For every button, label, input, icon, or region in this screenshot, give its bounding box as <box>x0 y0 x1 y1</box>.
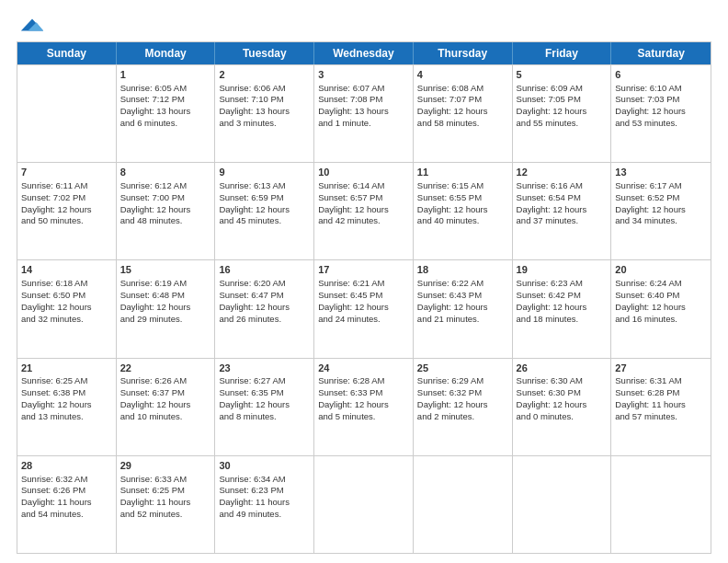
day-info-line: and 24 minutes. <box>318 314 409 326</box>
day-cell-9: 9Sunrise: 6:13 AMSunset: 6:59 PMDaylight… <box>215 163 314 259</box>
day-cell-18: 18Sunrise: 6:22 AMSunset: 6:43 PMDayligh… <box>414 260 513 357</box>
day-cell-22: 22Sunrise: 6:26 AMSunset: 6:37 PMDayligh… <box>117 359 216 455</box>
day-info-line: Daylight: 12 hours <box>417 302 508 314</box>
day-info-line: Sunset: 6:57 PM <box>318 192 409 204</box>
day-info-line: Daylight: 12 hours <box>120 399 211 411</box>
day-info-line: Daylight: 12 hours <box>318 302 409 314</box>
day-cell-23: 23Sunrise: 6:27 AMSunset: 6:35 PMDayligh… <box>215 359 314 455</box>
calendar-row-3: 21Sunrise: 6:25 AMSunset: 6:38 PMDayligh… <box>17 358 711 455</box>
day-info-line: and 10 minutes. <box>120 411 211 423</box>
day-number: 11 <box>417 166 508 179</box>
day-header-tuesday: Tuesday <box>215 42 314 64</box>
day-info-line: Sunset: 7:10 PM <box>219 94 310 106</box>
day-cell-25: 25Sunrise: 6:29 AMSunset: 6:32 PMDayligh… <box>414 359 513 455</box>
day-info-line: Sunrise: 6:16 AM <box>517 180 608 192</box>
day-number: 30 <box>219 459 310 473</box>
day-info-line: Sunset: 7:00 PM <box>120 192 211 204</box>
day-info-line: and 50 minutes. <box>21 215 112 227</box>
day-number: 9 <box>219 166 310 179</box>
day-cell-12: 12Sunrise: 6:16 AMSunset: 6:54 PMDayligh… <box>513 163 612 259</box>
day-info-line: Daylight: 12 hours <box>120 302 211 314</box>
day-info-line: Sunrise: 6:17 AM <box>615 180 707 192</box>
day-info-line: Sunrise: 6:28 AM <box>318 375 409 387</box>
day-cell-20: 20Sunrise: 6:24 AMSunset: 6:40 PMDayligh… <box>611 260 711 357</box>
day-info-line: Sunset: 6:25 PM <box>120 485 211 497</box>
day-header-monday: Monday <box>117 42 216 64</box>
day-number: 28 <box>21 459 112 473</box>
calendar-row-0: 1Sunrise: 6:05 AMSunset: 7:12 PMDaylight… <box>17 64 711 162</box>
day-number: 26 <box>517 362 608 375</box>
day-cell-4: 4Sunrise: 6:08 AMSunset: 7:07 PMDaylight… <box>414 65 513 162</box>
day-cell-15: 15Sunrise: 6:19 AMSunset: 6:48 PMDayligh… <box>117 260 216 357</box>
day-info-line: and 16 minutes. <box>615 314 707 326</box>
day-info-line: Sunrise: 6:12 AM <box>120 180 211 192</box>
day-number: 25 <box>417 362 508 375</box>
day-number: 3 <box>318 68 409 82</box>
day-info-line: and 57 minutes. <box>615 411 707 423</box>
day-info-line: Sunset: 6:37 PM <box>120 387 211 399</box>
day-info-line: Sunrise: 6:25 AM <box>21 375 112 387</box>
day-cell-26: 26Sunrise: 6:30 AMSunset: 6:30 PMDayligh… <box>513 359 612 455</box>
day-info-line: and 5 minutes. <box>318 411 409 423</box>
day-info-line: Daylight: 12 hours <box>219 204 310 216</box>
day-info-line: and 18 minutes. <box>517 314 608 326</box>
day-cell-8: 8Sunrise: 6:12 AMSunset: 7:00 PMDaylight… <box>117 163 216 259</box>
day-info-line: Sunset: 6:35 PM <box>219 387 310 399</box>
day-info-line: Sunset: 6:23 PM <box>219 485 310 497</box>
day-info-line: Sunset: 6:32 PM <box>417 387 508 399</box>
day-number: 14 <box>21 263 112 277</box>
day-cell-24: 24Sunrise: 6:28 AMSunset: 6:33 PMDayligh… <box>314 359 414 455</box>
day-info-line: Sunrise: 6:24 AM <box>615 278 707 290</box>
day-info-line: Sunset: 6:43 PM <box>417 290 508 302</box>
day-cell-7: 7Sunrise: 6:11 AMSunset: 7:02 PMDaylight… <box>17 163 117 259</box>
day-cell-11: 11Sunrise: 6:15 AMSunset: 6:55 PMDayligh… <box>414 163 513 259</box>
day-info-line: and 32 minutes. <box>21 314 112 326</box>
day-cell-17: 17Sunrise: 6:21 AMSunset: 6:45 PMDayligh… <box>314 260 414 357</box>
day-info-line: Daylight: 13 hours <box>318 106 409 118</box>
day-cell-21: 21Sunrise: 6:25 AMSunset: 6:38 PMDayligh… <box>17 359 117 455</box>
day-number: 5 <box>517 68 608 82</box>
day-info-line: and 45 minutes. <box>219 215 310 227</box>
day-number: 19 <box>517 263 608 277</box>
day-info-line: Daylight: 12 hours <box>21 302 112 314</box>
day-number: 2 <box>219 68 310 82</box>
day-info-line: and 6 minutes. <box>120 118 211 130</box>
day-info-line: Daylight: 12 hours <box>21 204 112 216</box>
day-info-line: Sunrise: 6:15 AM <box>417 180 508 192</box>
day-info-line: Sunrise: 6:27 AM <box>219 375 310 387</box>
day-info-line: Sunset: 6:42 PM <box>517 290 608 302</box>
day-cell-1: 1Sunrise: 6:05 AMSunset: 7:12 PMDaylight… <box>117 65 216 162</box>
day-info-line: Sunset: 7:05 PM <box>517 94 608 106</box>
day-info-line: Sunrise: 6:08 AM <box>417 83 508 95</box>
calendar-row-4: 28Sunrise: 6:32 AMSunset: 6:26 PMDayligh… <box>17 455 711 553</box>
day-info-line: and 54 minutes. <box>21 509 112 521</box>
logo-text <box>17 15 45 40</box>
calendar-body: 1Sunrise: 6:05 AMSunset: 7:12 PMDaylight… <box>17 64 711 553</box>
day-info-line: Sunrise: 6:19 AM <box>120 278 211 290</box>
day-info-line: Sunset: 6:48 PM <box>120 290 211 302</box>
day-cell-29: 29Sunrise: 6:33 AMSunset: 6:25 PMDayligh… <box>117 456 216 553</box>
day-number: 29 <box>120 459 211 473</box>
day-cell-3: 3Sunrise: 6:07 AMSunset: 7:08 PMDaylight… <box>314 65 414 162</box>
day-info-line: Sunrise: 6:10 AM <box>615 83 707 95</box>
day-cell-empty-4-3 <box>314 456 414 553</box>
day-info-line: Sunrise: 6:20 AM <box>219 278 310 290</box>
day-info-line: Daylight: 12 hours <box>517 106 608 118</box>
day-header-wednesday: Wednesday <box>314 42 414 64</box>
day-info-line: Sunset: 6:54 PM <box>517 192 608 204</box>
day-info-line: Daylight: 12 hours <box>318 399 409 411</box>
day-info-line: Daylight: 12 hours <box>417 204 508 216</box>
day-info-line: Sunset: 7:07 PM <box>417 94 508 106</box>
day-info-line: Sunrise: 6:14 AM <box>318 180 409 192</box>
day-info-line: Sunrise: 6:11 AM <box>21 180 112 192</box>
day-info-line: Daylight: 12 hours <box>318 204 409 216</box>
day-info-line: and 40 minutes. <box>417 215 508 227</box>
day-info-line: Daylight: 12 hours <box>517 302 608 314</box>
day-info-line: Sunrise: 6:09 AM <box>517 83 608 95</box>
day-number: 20 <box>615 263 707 277</box>
day-number: 17 <box>318 263 409 277</box>
day-info-line: Sunset: 6:30 PM <box>517 387 608 399</box>
day-header-saturday: Saturday <box>611 42 711 64</box>
day-info-line: Sunset: 7:02 PM <box>21 192 112 204</box>
header <box>17 11 711 36</box>
